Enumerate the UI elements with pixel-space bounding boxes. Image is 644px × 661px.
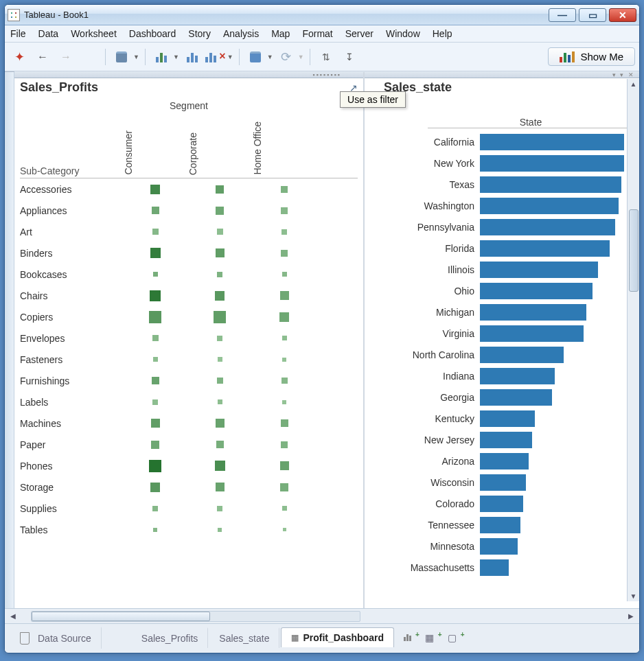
tab-data-source[interactable]: Data Source [10, 627, 102, 649]
new-worksheet-tab[interactable]: + [404, 631, 415, 644]
heatmap-cell[interactable] [123, 377, 187, 384]
swap-button[interactable]: ⇅ [316, 47, 336, 67]
table-row[interactable]: Envelopes [20, 327, 358, 349]
scroll-up-icon[interactable]: ▲ [630, 79, 637, 89]
heatmap-cell[interactable] [123, 272, 187, 277]
bar-cell[interactable] [480, 325, 634, 342]
table-row[interactable]: Art [20, 221, 358, 242]
bar-cell[interactable] [480, 155, 634, 172]
clear-sheet-button[interactable] [205, 47, 226, 67]
table-row[interactable]: Texas [370, 174, 634, 195]
table-row[interactable]: Kentucky [370, 408, 634, 429]
heatmap-cell[interactable] [252, 441, 317, 448]
panel-sales-state[interactable]: Sales_state State CaliforniaNew YorkTexa… [365, 72, 639, 608]
heatmap-cell[interactable] [123, 207, 187, 214]
heatmap-cell[interactable] [187, 506, 252, 511]
table-row[interactable]: Ohio [370, 280, 634, 301]
duplicate-sheet-button[interactable] [182, 47, 203, 67]
menu-dashboard[interactable]: Dashboard [129, 28, 176, 39]
heatmap-cell[interactable] [123, 460, 187, 472]
heatmap-cell[interactable] [123, 419, 187, 428]
table-row[interactable]: Pennsylvania [370, 216, 634, 237]
heatmap-cell[interactable] [123, 399, 187, 405]
bar-cell[interactable] [480, 496, 634, 512]
bar-cell[interactable] [480, 219, 634, 235]
scroll-right-icon[interactable]: ▶ [625, 612, 636, 620]
heatmap-cell[interactable] [252, 358, 317, 362]
heatmap-cell[interactable] [252, 291, 317, 300]
heatmap-cell[interactable] [252, 272, 317, 277]
table-row[interactable]: Fasteners [20, 349, 358, 370]
menu-format[interactable]: Format [302, 28, 332, 39]
table-row[interactable]: Chairs [20, 285, 358, 306]
bar-cell[interactable] [480, 453, 634, 469]
heatmap-cell[interactable] [123, 528, 187, 532]
table-row[interactable]: Phones [20, 455, 358, 476]
dropdown-icon[interactable]: ▼ [298, 54, 304, 60]
heatmap-cell[interactable] [123, 441, 187, 449]
heatmap-cell[interactable] [187, 399, 252, 404]
heatmap-cell[interactable] [252, 378, 317, 384]
menu-worksheet[interactable]: Worksheet [71, 28, 117, 39]
dropdown-icon[interactable]: ▼ [227, 54, 233, 60]
bar-cell[interactable] [480, 304, 634, 321]
titlebar[interactable]: Tableau - Book1 — ▭ ✕ [5, 5, 639, 25]
bar-cell[interactable] [480, 198, 634, 214]
table-row[interactable]: California [370, 131, 634, 152]
sort-button[interactable]: ↧ [339, 47, 360, 67]
bar-cell[interactable] [480, 134, 634, 150]
heatmap-cell[interactable] [187, 229, 252, 235]
minimize-button[interactable]: — [549, 8, 576, 22]
heatmap-cell[interactable] [187, 272, 252, 277]
bar-cell[interactable] [480, 410, 634, 427]
tableau-logo-icon[interactable]: ✦ [9, 47, 30, 67]
heatmap-cell[interactable] [187, 419, 252, 428]
heatmap-cell[interactable] [252, 400, 317, 404]
heatmap-cell[interactable] [252, 506, 317, 511]
heatmap-cell[interactable] [252, 186, 317, 193]
heatmap-cell[interactable] [187, 441, 252, 448]
bar-cell[interactable] [480, 474, 634, 491]
heatmap-cell[interactable] [187, 311, 252, 323]
heatmap-cell[interactable] [123, 357, 187, 362]
table-row[interactable]: Arizona [370, 450, 634, 472]
menu-window[interactable]: Window [386, 28, 420, 39]
col-corporate[interactable]: Corporate [187, 131, 252, 176]
table-row[interactable]: Tennessee [370, 514, 634, 535]
bar-cell[interactable] [480, 283, 634, 299]
bar-cell[interactable] [480, 176, 634, 193]
menu-file[interactable]: File [10, 28, 26, 39]
heatmap-cell[interactable] [187, 483, 252, 491]
heatmap-cell[interactable] [187, 185, 252, 194]
new-story-tab[interactable]: ▢+ [448, 631, 461, 644]
table-row[interactable]: Accessories [20, 178, 358, 200]
bar-cell[interactable] [480, 347, 634, 363]
heatmap-cell[interactable] [252, 461, 317, 470]
table-row[interactable]: North Carolina [370, 344, 634, 365]
bar-cell[interactable] [480, 517, 634, 533]
heatmap-cell[interactable] [252, 419, 317, 427]
horizontal-scrollbar[interactable] [31, 611, 360, 622]
table-row[interactable]: Illinois [370, 259, 634, 280]
table-row[interactable]: Washington [370, 195, 634, 216]
menu-analysis[interactable]: Analysis [223, 28, 259, 39]
menu-server[interactable]: Server [345, 28, 373, 39]
heatmap-cell[interactable] [123, 335, 187, 341]
table-row[interactable]: Labels [20, 391, 358, 413]
scroll-thumb[interactable] [32, 612, 210, 621]
table-row[interactable]: Storage [20, 476, 358, 498]
new-dashboard-tab[interactable]: ▦+ [425, 631, 438, 644]
tab-sales-state[interactable]: Sales_state [209, 627, 279, 648]
table-row[interactable]: Binders [20, 242, 358, 264]
heatmap-cell[interactable] [123, 229, 187, 235]
heatmap-cell[interactable] [252, 312, 317, 322]
dropdown-icon[interactable]: ▼ [267, 54, 273, 60]
dropdown-icon[interactable]: ▼ [133, 54, 139, 60]
menu-help[interactable]: Help [433, 28, 452, 39]
table-row[interactable]: Copiers [20, 306, 358, 327]
menu-data[interactable]: Data [38, 28, 59, 39]
heatmap-cell[interactable] [187, 248, 252, 257]
heatmap-cell[interactable] [187, 336, 252, 341]
bar-cell[interactable] [480, 262, 634, 278]
heatmap-cell[interactable] [187, 357, 252, 362]
